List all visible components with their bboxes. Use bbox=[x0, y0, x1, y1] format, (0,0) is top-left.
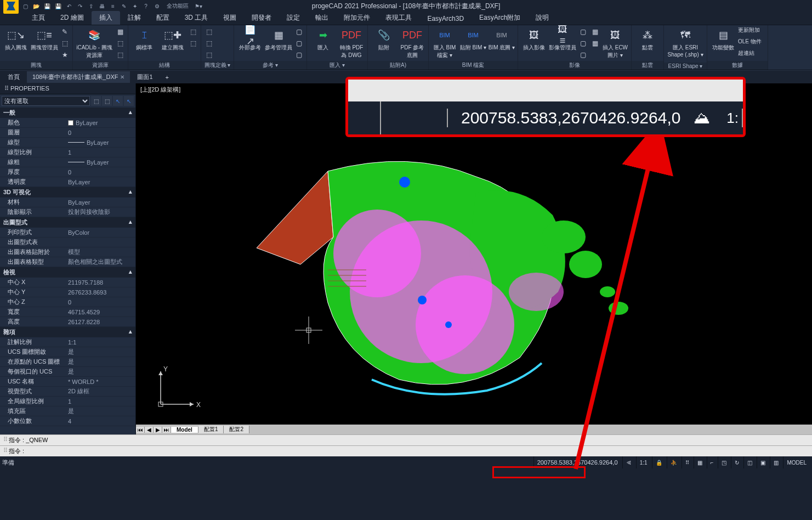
qat-point-icon[interactable]: ✦ bbox=[130, 2, 139, 10]
filter-icon[interactable]: ↖ bbox=[124, 96, 134, 106]
status-scale[interactable]: 1:1 bbox=[636, 456, 651, 468]
tab-addons[interactable]: 附加元件 bbox=[336, 11, 378, 25]
status-ucs-icon[interactable]: ⫷ bbox=[622, 456, 635, 468]
tab-layout[interactable]: 配置 bbox=[149, 11, 177, 25]
lib-small-2[interactable]: ⬚ bbox=[115, 38, 126, 49]
struct-small-1[interactable]: ⬚ bbox=[188, 26, 198, 37]
create-block-button[interactable]: ⬚✚建立圖塊 bbox=[159, 26, 186, 60]
qat-brush-icon[interactable]: ✎ bbox=[120, 2, 128, 10]
layout-last-icon[interactable]: ⏭ bbox=[162, 427, 171, 433]
doc-tab-file[interactable]: 108年臺中市都市計畫成果_DXF✕ bbox=[27, 71, 130, 83]
group-title-reference[interactable]: 參考 ▾ bbox=[234, 61, 306, 70]
img-small-4[interactable]: ▦ bbox=[589, 26, 600, 37]
lib-small-1[interactable]: ▦ bbox=[115, 26, 126, 37]
section-general[interactable]: 一般▴ bbox=[0, 108, 135, 118]
insert-image-button[interactable]: 🖼插入影像 bbox=[520, 26, 548, 60]
qat-layers-icon[interactable]: ≡ bbox=[109, 2, 117, 10]
bim-underlay-button[interactable]: BIMBIM 底圖 ▾ bbox=[488, 26, 515, 60]
tab-view[interactable]: 視圖 bbox=[215, 11, 244, 25]
tab-help[interactable]: 說明 bbox=[528, 11, 557, 25]
status-lock-icon[interactable]: 🔒 bbox=[652, 456, 666, 468]
toggle-pim-icon[interactable]: ⬚ bbox=[91, 96, 101, 106]
hyperlink-button[interactable]: 超連結 bbox=[738, 49, 765, 60]
def-small-2[interactable]: ⬚ bbox=[203, 38, 214, 49]
img-small-3[interactable]: ▢ bbox=[577, 49, 588, 60]
ref-small-1[interactable]: ▢ bbox=[293, 26, 304, 37]
cmd-prompt[interactable]: 指令 : bbox=[9, 447, 24, 455]
tab-3d[interactable]: 3D 工具 bbox=[177, 11, 216, 25]
group-title-blockdef[interactable]: 圖塊定義 ▾ bbox=[201, 61, 234, 70]
status-snap-icon[interactable]: ◫ bbox=[743, 456, 756, 468]
pdf-underlay-button[interactable]: PDFPDF 參考底圖 bbox=[399, 26, 426, 60]
esri-import-button[interactable]: 🗺匯入 ESRI Shape (.shp) ▾ bbox=[666, 26, 705, 60]
def-small-3[interactable]: ⬚ bbox=[203, 49, 214, 60]
qat-undo-icon[interactable]: ↶ bbox=[65, 2, 73, 10]
layout-prev-icon[interactable]: ◀ bbox=[145, 427, 154, 433]
status-grid-icon[interactable]: ▦ bbox=[694, 456, 706, 468]
block-small-3[interactable]: ★ bbox=[59, 49, 70, 60]
app-logo[interactable] bbox=[3, 0, 19, 14]
status-person-icon[interactable]: ⛹ bbox=[667, 456, 680, 468]
field-button[interactable]: ▤功能變數 bbox=[709, 26, 737, 60]
import-button[interactable]: ➡匯入 bbox=[309, 26, 337, 60]
status-dots-icon[interactable]: ⠿ bbox=[682, 456, 692, 468]
qat-new-icon[interactable]: ▢ bbox=[21, 2, 30, 10]
tab-2d[interactable]: 2D 繪圖 bbox=[53, 11, 92, 25]
ref-small-3[interactable]: ▢ bbox=[293, 49, 304, 60]
struct-small-2[interactable]: ⬚ bbox=[188, 38, 198, 49]
status-cycle-icon[interactable]: ↻ bbox=[731, 456, 742, 468]
qat-print-icon[interactable]: 🖶 bbox=[98, 2, 106, 10]
status-iso-icon[interactable]: ◳ bbox=[718, 456, 730, 468]
qat-flag-icon[interactable]: ⚑▾ bbox=[194, 2, 203, 10]
layout-model[interactable]: Model bbox=[171, 427, 198, 433]
xref-button[interactable]: 📄↗外部參考 bbox=[236, 26, 264, 60]
def-small-1[interactable]: ⬚ bbox=[203, 26, 214, 37]
block-manager-button[interactable]: ⬚≡圖塊管理員 bbox=[31, 26, 58, 60]
pdf2dwg-button[interactable]: PDF轉換 PDF 為 DWG bbox=[338, 26, 365, 60]
doc-tab-drawing[interactable]: 圖面1 bbox=[132, 71, 158, 83]
attach-button[interactable]: 📎貼附 bbox=[370, 26, 398, 60]
status-snap2-icon[interactable]: ▣ bbox=[757, 456, 769, 468]
steel-button[interactable]: 𝙸鋼標準 bbox=[130, 26, 158, 60]
close-icon[interactable]: ✕ bbox=[120, 74, 124, 80]
qat-help-icon[interactable]: ? bbox=[141, 2, 150, 10]
tab-output[interactable]: 輸出 bbox=[308, 11, 336, 25]
tab-home[interactable]: 主頁 bbox=[24, 11, 53, 25]
ole-button[interactable]: OLE 物件 bbox=[738, 38, 765, 49]
group-title-import[interactable]: 匯入 ▾ bbox=[307, 61, 367, 70]
qat-saveall-icon[interactable]: 💾 bbox=[54, 2, 63, 10]
layout-2[interactable]: 配置2 bbox=[224, 426, 249, 433]
layout-first-icon[interactable]: ⏮ bbox=[136, 427, 145, 433]
pointcloud-button[interactable]: ⁂點雲 bbox=[634, 26, 661, 60]
group-title-esri[interactable]: ESRI Shape ▾ bbox=[664, 63, 707, 70]
img-small-2[interactable]: ▢ bbox=[577, 38, 588, 49]
bim-attach-button[interactable]: BIM貼附 BIM ▾ bbox=[459, 26, 487, 60]
section-3dviz[interactable]: 3D 可視化▴ bbox=[0, 187, 135, 197]
tab-express[interactable]: 表現工具 bbox=[378, 11, 419, 25]
doc-tab-home[interactable]: 首頁 bbox=[2, 71, 26, 83]
ecw-button[interactable]: 🖼插入 ECW 圖片 ▾ bbox=[601, 26, 629, 60]
workspace-dropdown[interactable]: 全功能區 bbox=[163, 2, 192, 10]
ref-small-2[interactable]: ▢ bbox=[293, 38, 304, 49]
block-small-2[interactable]: ⬚ bbox=[59, 38, 70, 49]
update-attach-button[interactable]: 更新附加 bbox=[738, 26, 765, 37]
status-ortho-icon[interactable]: ⌐ bbox=[707, 456, 717, 468]
status-dyn-icon[interactable]: ▥ bbox=[770, 456, 782, 468]
selection-dropdown[interactable]: 沒有選取 bbox=[2, 96, 90, 106]
tab-insert[interactable]: 插入 bbox=[92, 11, 120, 25]
quick-select-icon[interactable]: ↖ bbox=[113, 96, 123, 106]
block-small-1[interactable]: ✎ bbox=[59, 26, 70, 37]
section-view[interactable]: 檢視▴ bbox=[0, 267, 135, 278]
ref-manager-button[interactable]: ▦參考管理員 bbox=[265, 26, 292, 60]
doc-tab-add[interactable]: + bbox=[160, 72, 175, 82]
layout-1[interactable]: 配置1 bbox=[198, 426, 224, 433]
image-manager-button[interactable]: 🖼≡影像管理員 bbox=[549, 26, 576, 60]
section-misc[interactable]: 雜項▴ bbox=[0, 327, 135, 337]
tab-settings[interactable]: 設定 bbox=[279, 11, 308, 25]
section-plot[interactable]: 出圖型式▴ bbox=[0, 217, 135, 228]
tab-easyarch-extra[interactable]: EasyArch附加 bbox=[472, 11, 528, 25]
qat-save-icon[interactable]: 💾 bbox=[43, 2, 52, 10]
img-small-5[interactable]: ▦ bbox=[589, 38, 600, 49]
tab-annotate[interactable]: 註解 bbox=[120, 11, 149, 25]
qat-gear-icon[interactable]: ⚙ bbox=[152, 2, 161, 10]
